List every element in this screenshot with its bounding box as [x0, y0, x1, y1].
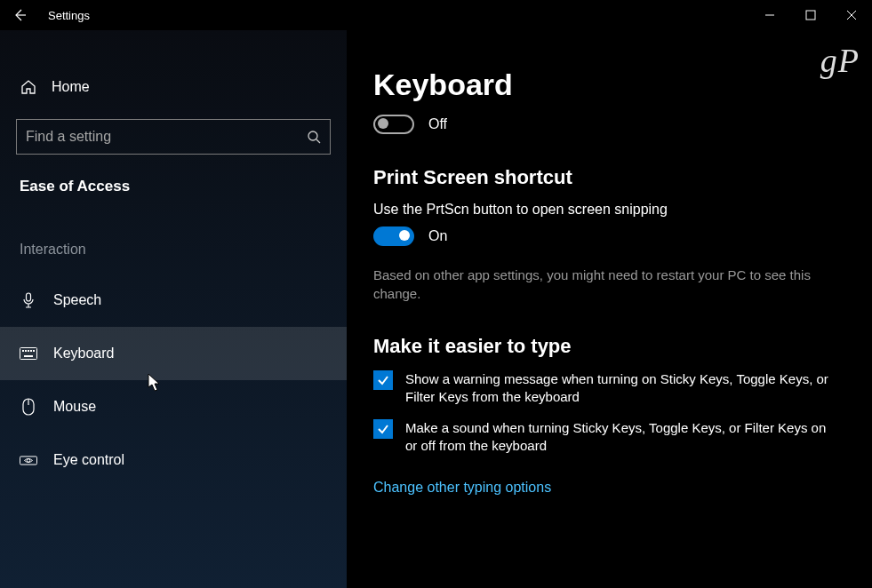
- keyboard-icon: [20, 345, 37, 362]
- svg-rect-2: [27, 293, 31, 301]
- home-icon: [20, 78, 37, 96]
- sidebar-item-mouse[interactable]: Mouse: [0, 380, 347, 433]
- svg-rect-4: [22, 350, 24, 352]
- svg-rect-5: [25, 350, 27, 352]
- svg-rect-7: [30, 350, 32, 352]
- microphone-icon: [20, 291, 37, 309]
- maximize-button[interactable]: [790, 0, 831, 30]
- category-label: Ease of Access: [0, 172, 347, 195]
- eye-icon: [20, 451, 37, 469]
- change-typing-link[interactable]: Change other typing options: [373, 480, 845, 496]
- close-button[interactable]: [831, 0, 872, 30]
- sidebar: Home Ease of Access Interaction Speech K…: [0, 30, 347, 588]
- keyboard-toggle[interactable]: [373, 115, 414, 134]
- svg-rect-8: [33, 350, 35, 352]
- checkbox-label: Make a sound when turning Sticky Keys, T…: [405, 419, 836, 456]
- section-hint: Based on other app settings, you might n…: [373, 266, 836, 303]
- keyboard-toggle-label: Off: [428, 116, 447, 132]
- checkbox-sound[interactable]: [373, 419, 393, 439]
- section-title: Make it easier to type: [373, 335, 845, 358]
- svg-rect-9: [24, 355, 33, 357]
- svg-rect-3: [20, 348, 37, 360]
- svg-rect-0: [806, 11, 815, 20]
- home-label: Home: [52, 79, 90, 95]
- search-box[interactable]: [16, 119, 331, 155]
- section-desc: Use the PrtScn button to open screen sni…: [373, 202, 845, 218]
- back-button[interactable]: [0, 0, 39, 30]
- checkbox-warning[interactable]: [373, 370, 393, 390]
- svg-rect-6: [28, 350, 29, 352]
- mouse-icon: [20, 398, 37, 416]
- search-input[interactable]: [26, 129, 307, 145]
- home-nav[interactable]: Home: [0, 66, 347, 108]
- window-title: Settings: [48, 9, 90, 22]
- sidebar-item-label: Eye control: [53, 452, 124, 468]
- page-title: Keyboard: [373, 68, 845, 102]
- sidebar-item-label: Keyboard: [53, 346, 115, 362]
- group-label: Interaction: [0, 242, 347, 258]
- svg-point-1: [308, 131, 317, 140]
- sidebar-item-label: Speech: [53, 292, 101, 308]
- check-icon: [377, 374, 389, 386]
- main-content: Keyboard Off Print Screen shortcut Use t…: [347, 30, 872, 588]
- svg-point-13: [27, 459, 30, 463]
- minimize-button[interactable]: [749, 0, 790, 30]
- search-icon: [307, 130, 321, 144]
- sidebar-item-label: Mouse: [53, 399, 96, 415]
- sidebar-item-keyboard[interactable]: Keyboard: [0, 327, 347, 380]
- svg-rect-12: [20, 457, 36, 465]
- sidebar-item-speech[interactable]: Speech: [0, 274, 347, 327]
- check-icon: [377, 423, 389, 435]
- sidebar-item-eye-control[interactable]: Eye control: [0, 433, 347, 487]
- prtscn-toggle[interactable]: [373, 226, 414, 246]
- titlebar: Settings: [0, 0, 872, 30]
- prtscn-toggle-label: On: [428, 228, 447, 244]
- section-title: Print Screen shortcut: [373, 166, 845, 189]
- checkbox-label: Show a warning message when turning on S…: [405, 370, 836, 407]
